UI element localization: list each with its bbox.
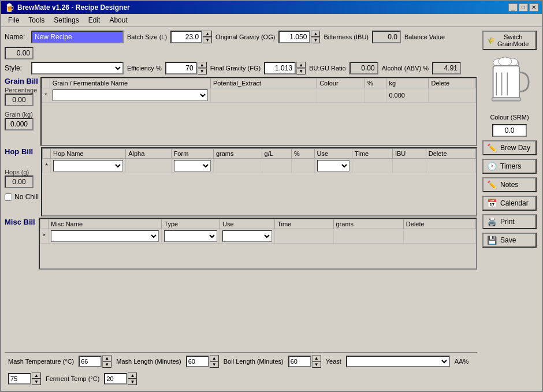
hop-col-alpha: Alpha xyxy=(126,149,171,159)
fg-down[interactable]: ▼ xyxy=(296,68,306,74)
svg-rect-4 xyxy=(493,66,519,99)
no-chill-checkbox[interactable] xyxy=(5,193,12,201)
mash-temp-up[interactable]: ▲ xyxy=(102,355,111,361)
hop-form-select[interactable] xyxy=(174,160,211,171)
hop-bill-side: Hop Bill Hops (g) 0.00 No Chill xyxy=(5,147,39,216)
name-input[interactable] xyxy=(31,31,124,43)
mash-length-down[interactable]: ▼ xyxy=(210,361,219,368)
grain-bill-table-wrap: Grain / Fermentable Name Potential_Extra… xyxy=(40,77,477,146)
og-up[interactable]: ▲ xyxy=(311,31,320,37)
brew-day-label: Brew Day xyxy=(500,144,530,152)
batch-size-label: Batch Size (L) xyxy=(127,33,167,40)
minimize-button[interactable]: _ xyxy=(508,3,518,12)
hop-col-delete: Delete xyxy=(426,149,475,159)
misc-row-1-use xyxy=(220,229,275,244)
batch-size-down[interactable]: ▼ xyxy=(203,37,212,43)
left-panel: Name: Batch Size (L) ▲ ▼ Original Gravit… xyxy=(5,31,477,387)
misc-row-1: * xyxy=(40,229,476,244)
efficiency-input[interactable] xyxy=(165,62,197,74)
hop-name-select[interactable] xyxy=(53,160,123,171)
og-down[interactable]: ▼ xyxy=(311,37,320,43)
misc-row-1-type xyxy=(162,229,220,244)
svg-point-3 xyxy=(499,57,512,66)
title-bar-left: 🍺 BrewMate v1.26 - Recipe Designer xyxy=(5,3,130,12)
mash-temp-label: Mash Temperature (°C) xyxy=(8,358,74,365)
aa-spin-btns: ▲ ▼ xyxy=(32,372,41,385)
menu-about[interactable]: About xyxy=(105,15,132,25)
yeast-select[interactable] xyxy=(346,356,450,367)
mash-length-up[interactable]: ▲ xyxy=(210,355,219,361)
menu-file[interactable]: File xyxy=(3,15,24,25)
ferment-temp-up[interactable]: ▲ xyxy=(128,372,137,379)
notes-button[interactable]: ✏️ Notes xyxy=(482,177,537,192)
misc-type-select[interactable] xyxy=(164,230,217,242)
hop-row-1-delete xyxy=(426,159,475,173)
grain-col-star xyxy=(42,79,50,88)
percentage-label: Percentage xyxy=(5,87,37,94)
grain-col-kg: kg xyxy=(386,79,429,88)
save-button[interactable]: 💾 Save xyxy=(482,233,537,248)
calendar-button[interactable]: 📅 Calendar xyxy=(482,196,537,211)
aa-down[interactable]: ▼ xyxy=(32,379,41,385)
efficiency-down[interactable]: ▼ xyxy=(198,68,207,74)
grain-icon: 🌾 xyxy=(487,37,495,44)
boil-length-down[interactable]: ▼ xyxy=(312,361,321,368)
switch-grain-mode-button[interactable]: 🌾 SwitchGrainMode xyxy=(482,31,537,50)
fg-up[interactable]: ▲ xyxy=(296,62,306,68)
batch-size-input[interactable] xyxy=(170,31,202,43)
aa-up[interactable]: ▲ xyxy=(32,372,41,379)
boil-length-input[interactable] xyxy=(288,356,311,367)
fg-spin: ▲ ▼ xyxy=(264,62,306,74)
misc-name-select[interactable] xyxy=(51,230,159,242)
misc-row-1-time xyxy=(275,229,333,244)
ferment-temp-input[interactable] xyxy=(104,373,127,384)
mash-temp-spin: ▲ ▼ xyxy=(79,355,111,368)
og-input[interactable] xyxy=(278,31,310,43)
hop-use-select[interactable] xyxy=(317,160,350,171)
mash-length-input[interactable] xyxy=(186,356,209,367)
misc-use-select[interactable] xyxy=(222,230,272,242)
fg-spin-btns: ▲ ▼ xyxy=(296,62,306,74)
menu-settings[interactable]: Settings xyxy=(49,15,83,25)
hop-col-form: Form xyxy=(171,149,213,159)
balance-label: Balance Value xyxy=(404,33,445,40)
mash-temp-down[interactable]: ▼ xyxy=(102,361,111,368)
brew-day-button[interactable]: ✏️ Brew Day xyxy=(482,140,537,155)
hop-col-gl: g/L xyxy=(262,149,291,159)
maximize-button[interactable]: □ xyxy=(519,3,528,12)
print-button[interactable]: 🖨️ Print xyxy=(482,214,537,229)
og-label: Original Gravity (OG) xyxy=(215,33,275,40)
bills-wrapper: Grain Bill Percentage 0.00 Grain (kg) 0.… xyxy=(5,77,477,350)
close-button[interactable]: ✕ xyxy=(529,3,538,12)
grain-col-name: Grain / Fermentable Name xyxy=(50,79,210,88)
bitterness-label: Bitterness (IBU) xyxy=(323,33,369,40)
efficiency-label: Efficiency % xyxy=(127,65,162,72)
ferment-temp-label: Ferment Temp (°C) xyxy=(46,375,99,382)
misc-row-1-grams xyxy=(333,229,403,244)
grain-col-pct: % xyxy=(365,79,386,88)
batch-size-up[interactable]: ▲ xyxy=(203,31,212,37)
style-select[interactable] xyxy=(31,62,124,74)
main-window: 🍺 BrewMate v1.26 - Recipe Designer _ □ ✕… xyxy=(0,0,543,392)
og-spin-btns: ▲ ▼ xyxy=(311,31,320,43)
balance-value xyxy=(5,47,34,59)
second-form-row: Style: Efficiency % ▲ ▼ Final Gravity (F… xyxy=(5,62,477,74)
bu-gu-label: BU:GU Ratio xyxy=(309,65,346,72)
aa-input[interactable] xyxy=(8,373,31,384)
menu-tools[interactable]: Tools xyxy=(24,15,49,25)
efficiency-up[interactable]: ▲ xyxy=(198,62,207,68)
hop-bill-title: Hop Bill xyxy=(5,147,33,156)
grain-row-1-name xyxy=(50,88,210,103)
fg-input[interactable] xyxy=(264,62,296,74)
hop-col-grams: grams xyxy=(213,149,262,159)
boil-length-up[interactable]: ▲ xyxy=(312,355,321,361)
bitterness-input[interactable] xyxy=(372,31,401,43)
name-label: Name: xyxy=(5,33,28,41)
calendar-icon: 📅 xyxy=(487,199,497,208)
menu-edit[interactable]: Edit xyxy=(84,15,105,25)
grain-name-select[interactable] xyxy=(53,89,208,101)
timers-button[interactable]: 🕐 Timers xyxy=(482,159,537,174)
ferment-temp-down[interactable]: ▼ xyxy=(128,379,137,385)
mash-temp-input[interactable] xyxy=(79,356,102,367)
misc-bill-title: Misc Bill xyxy=(5,218,35,226)
